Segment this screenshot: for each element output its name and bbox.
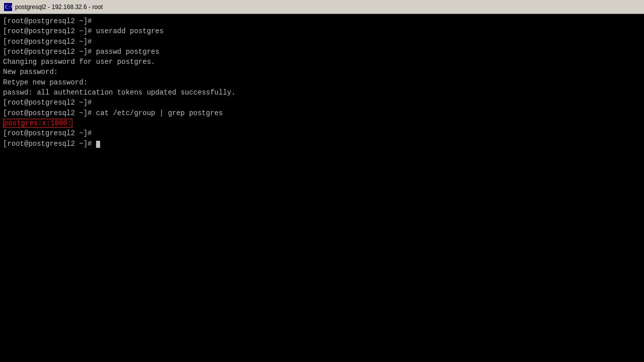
terminal-icon: C:\ (4, 3, 12, 11)
terminal-line-3: [root@postgresql2 ~]# (3, 37, 641, 47)
svg-text:C:\: C:\ (5, 5, 12, 10)
terminal[interactable]: [root@postgresql2 ~]# [root@postgresql2 … (0, 14, 644, 362)
terminal-line-1: [root@postgresql2 ~]# (3, 16, 641, 26)
title-bar: C:\ postgresql2 - 192.168.32.6 - root (0, 0, 644, 14)
terminal-line-5: Changing password for user postgres. (3, 57, 641, 67)
highlighted-postgres-group: postgres:x:1000: (3, 119, 72, 128)
terminal-line-9: [root@postgresql2 ~]# (3, 98, 641, 108)
terminal-line-2: [root@postgresql2 ~]# useradd postgres (3, 26, 641, 36)
cursor-block (96, 141, 100, 148)
terminal-line-10: [root@postgresql2 ~]# cat /etc/group | g… (3, 108, 641, 118)
terminal-line-8: passwd: all authentication tokens update… (3, 87, 641, 98)
authentication-word: authentication (54, 88, 113, 97)
title-bar-label: postgresql2 - 192.168.32.6 - root (15, 4, 103, 11)
terminal-line-12: [root@postgresql2 ~]# (3, 128, 641, 138)
terminal-line-6: New password: (3, 67, 641, 77)
terminal-line-4: [root@postgresql2 ~]# passwd postgres (3, 47, 641, 57)
terminal-line-7: Retype new password: (3, 77, 641, 87)
terminal-line-13: [root@postgresql2 ~]# (3, 139, 641, 149)
terminal-line-11: postgres:x:1000: (3, 118, 641, 128)
